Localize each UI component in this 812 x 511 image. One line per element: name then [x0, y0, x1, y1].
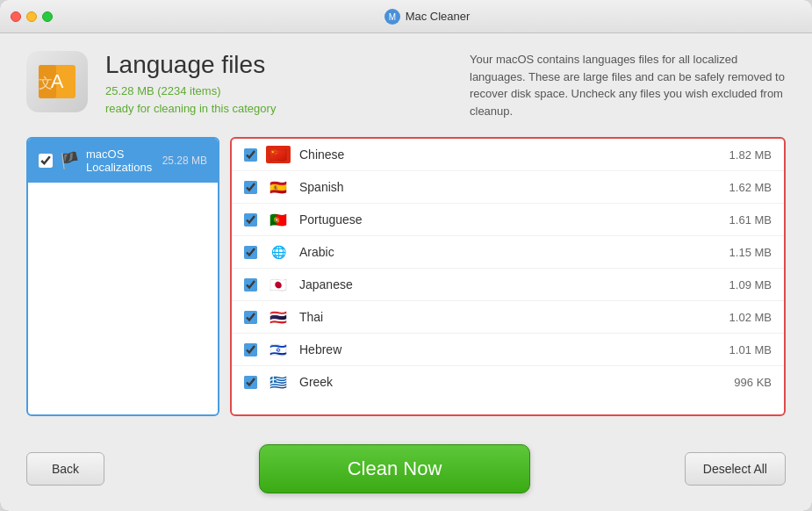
- category-size: 25.28 MB: [162, 155, 207, 167]
- header-size-text: 25.28 MB (2234 items): [105, 84, 221, 97]
- lang-flag-icon: [266, 276, 291, 293]
- deselect-all-button[interactable]: Deselect All: [685, 452, 786, 486]
- lang-size: 1.15 MB: [729, 246, 772, 259]
- right-panel: Chinese1.82 MBSpanish1.62 MBPortuguese1.…: [230, 137, 786, 416]
- header-size-info: 25.28 MB (2234 items) ready for cleaning…: [105, 83, 452, 117]
- lang-size: 1.09 MB: [729, 278, 772, 291]
- language-item[interactable]: Thai1.02 MB: [232, 301, 784, 334]
- language-item[interactable]: Hebrew1.01 MB: [232, 334, 784, 366]
- lang-checkbox[interactable]: [244, 278, 257, 291]
- lang-checkbox[interactable]: [244, 343, 257, 356]
- language-item[interactable]: Portuguese1.61 MB: [232, 204, 784, 236]
- language-item[interactable]: Greek996 KB: [232, 366, 784, 398]
- lang-checkbox[interactable]: [244, 311, 257, 324]
- header-ready-text: ready for cleaning in this category: [105, 102, 276, 115]
- close-button[interactable]: [11, 11, 21, 22]
- title-bar: M Mac Cleaner: [0, 0, 812, 33]
- lang-size: 1.01 MB: [729, 343, 772, 356]
- lang-flag-icon: [266, 243, 291, 261]
- language-item[interactable]: Japanese1.09 MB: [232, 269, 784, 301]
- window-title: M Mac Cleaner: [53, 9, 801, 25]
- lang-flag-icon: [266, 373, 291, 391]
- lang-size: 1.82 MB: [729, 148, 772, 162]
- content-panels: 🏴 macOS Localizations 25.28 MB Chinese1.…: [26, 137, 786, 416]
- lang-name: Spanish: [299, 180, 721, 194]
- lang-name: Thai: [299, 310, 721, 324]
- lang-size: 1.62 MB: [729, 181, 772, 194]
- category-item-macos[interactable]: 🏴 macOS Localizations 25.28 MB: [28, 139, 218, 183]
- header-text-block: Language files 25.28 MB (2234 items) rea…: [105, 51, 452, 117]
- lang-name: Chinese: [299, 148, 721, 162]
- category-label: macOS Localizations: [86, 148, 155, 174]
- page-title: Language files: [105, 51, 452, 79]
- header-description: Your macOS contains languages files for …: [470, 51, 786, 119]
- lang-flag-icon: [266, 341, 291, 358]
- lang-flag-icon: [266, 211, 291, 228]
- lang-flag-icon: [266, 178, 291, 196]
- lang-name: Arabic: [299, 245, 721, 259]
- lang-checkbox[interactable]: [244, 213, 257, 227]
- svg-text:M: M: [388, 12, 395, 22]
- back-button[interactable]: Back: [26, 452, 104, 486]
- lang-size: 996 KB: [734, 376, 772, 389]
- lang-checkbox[interactable]: [244, 376, 257, 389]
- category-checkbox[interactable]: [39, 154, 53, 168]
- lang-flag-icon: [266, 308, 291, 326]
- page-icon: A 文: [26, 51, 88, 116]
- lang-name: Japanese: [299, 277, 721, 291]
- lang-size: 1.61 MB: [729, 213, 772, 227]
- app-logo-icon: M: [384, 9, 400, 25]
- lang-name: Portuguese: [299, 212, 721, 227]
- main-content: A 文 Language files 25.28 MB (2234 items)…: [0, 33, 812, 434]
- app-window: M Mac Cleaner: [0, 0, 812, 511]
- language-item[interactable]: Arabic1.15 MB: [232, 236, 784, 269]
- language-item[interactable]: Chinese1.82 MB: [232, 139, 784, 171]
- lang-size: 1.02 MB: [729, 311, 772, 324]
- clean-now-button[interactable]: Clean Now: [259, 444, 531, 493]
- lang-name: Greek: [299, 375, 725, 389]
- lang-flag-icon: [266, 146, 291, 163]
- window-title-text: Mac Cleaner: [406, 10, 471, 23]
- category-flag-icon: 🏴: [60, 151, 79, 170]
- lang-checkbox[interactable]: [244, 246, 257, 259]
- minimize-button[interactable]: [26, 11, 37, 22]
- left-panel: 🏴 macOS Localizations 25.28 MB: [26, 137, 219, 416]
- traffic-lights: [11, 11, 53, 22]
- svg-text:文: 文: [39, 76, 53, 90]
- page-header: A 文 Language files 25.28 MB (2234 items)…: [26, 51, 786, 119]
- maximize-button[interactable]: [42, 11, 53, 22]
- language-item[interactable]: Spanish1.62 MB: [232, 171, 784, 204]
- lang-checkbox[interactable]: [244, 181, 257, 194]
- bottom-bar: Back Clean Now Deselect All: [0, 434, 812, 511]
- lang-name: Hebrew: [299, 342, 721, 356]
- lang-checkbox[interactable]: [244, 148, 257, 162]
